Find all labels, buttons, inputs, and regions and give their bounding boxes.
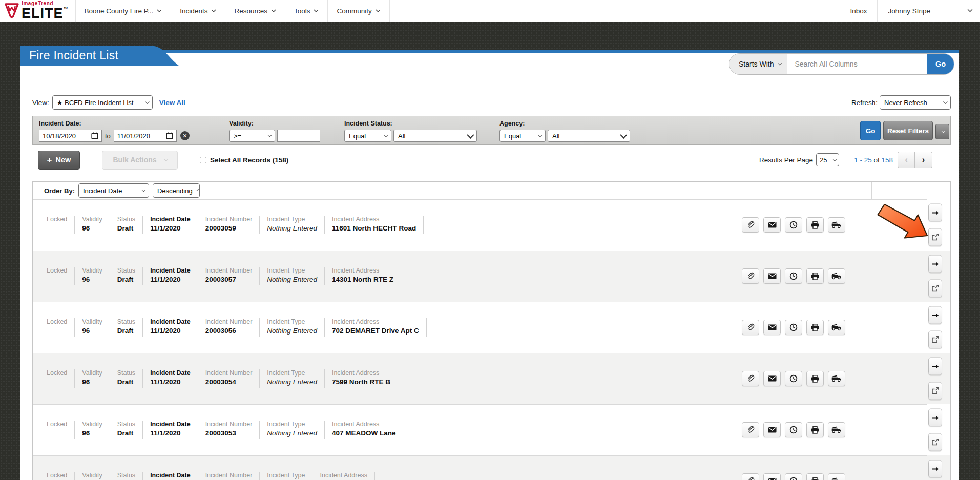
status-value-select[interactable]: All [393, 130, 477, 142]
open-new-window-button[interactable] [928, 382, 942, 400]
refresh-select[interactable]: Never Refresh [880, 95, 951, 110]
cell-value: 407 MEADOW Lane [332, 429, 396, 437]
view-all-link[interactable]: View All [159, 99, 185, 107]
email-button[interactable] [763, 422, 781, 437]
attachment-button[interactable] [742, 217, 759, 233]
filter-label: Incident Date: [39, 120, 190, 127]
print-button[interactable] [806, 422, 824, 437]
cell-status: StatusDraft [110, 267, 143, 285]
open-new-window-button[interactable] [928, 433, 942, 451]
apparatus-button[interactable] [828, 473, 845, 480]
inbox-link[interactable]: Inbox [840, 0, 877, 22]
cell-value: Draft [117, 327, 135, 335]
attachment-button[interactable] [742, 320, 759, 335]
search-input[interactable] [787, 54, 927, 74]
table-row[interactable]: LockedValidity96StatusDraftIncident Date… [33, 199, 950, 251]
filter-go-button[interactable]: Go [860, 121, 881, 140]
column-label: Validity [82, 369, 102, 377]
table-row[interactable]: LockedValidityStatusIncident DateInciden… [33, 455, 950, 480]
open-row-button[interactable] [928, 306, 942, 324]
history-button[interactable] [785, 371, 802, 386]
nav-item-community[interactable]: Community [327, 0, 389, 22]
date-from-input[interactable]: 10/18/2020 [39, 130, 102, 142]
open-row-button[interactable] [928, 358, 942, 375]
status-operator-select[interactable]: Equal [344, 130, 391, 142]
table-row[interactable]: LockedValidity96StatusDraftIncident Date… [33, 302, 950, 353]
email-button[interactable] [763, 371, 781, 386]
print-button[interactable] [806, 371, 824, 386]
row-open-buttons [928, 358, 942, 400]
validity-operator-select[interactable]: >= [229, 130, 275, 142]
apparatus-button[interactable] [828, 422, 845, 437]
attachment-button[interactable] [742, 371, 759, 386]
bulk-actions-button[interactable]: Bulk Actions [102, 151, 178, 170]
table-row[interactable]: LockedValidity96StatusDraftIncident Date… [33, 353, 950, 404]
email-button[interactable] [763, 217, 781, 233]
agency-operator-select[interactable]: Equal [499, 130, 546, 142]
cell-value: 96 [82, 327, 102, 335]
select-all-records[interactable]: Select All Records (158) [200, 156, 288, 164]
apparatus-icon [831, 375, 842, 382]
clear-date-filter-icon[interactable]: ✕ [180, 131, 190, 140]
user-menu[interactable]: Johnny Stripe [877, 0, 941, 22]
nav-item-incidents[interactable]: Incidents [171, 0, 225, 22]
attachment-button[interactable] [742, 268, 759, 284]
apparatus-button[interactable] [828, 320, 845, 335]
order-by-direction-select[interactable]: Descending [153, 183, 200, 198]
search-mode-select[interactable]: Starts With [729, 54, 787, 74]
email-button[interactable] [763, 473, 781, 480]
nav-item-resources[interactable]: Resources [225, 0, 285, 22]
per-page-select[interactable]: 25 [816, 153, 839, 166]
attachment-button[interactable] [742, 422, 759, 437]
open-row-button[interactable] [928, 460, 942, 478]
print-icon [811, 324, 819, 331]
new-incident-button[interactable]: + New [38, 151, 80, 170]
chevron-down-icon [832, 157, 837, 161]
validity-value-input[interactable] [277, 130, 320, 142]
nav-item-tools[interactable]: Tools [285, 0, 328, 22]
history-button[interactable] [785, 320, 802, 335]
apparatus-button[interactable] [828, 268, 845, 284]
print-button[interactable] [806, 320, 824, 335]
apparatus-button[interactable] [828, 217, 845, 233]
cell-incident_date: Incident Date11/1/2020 [143, 216, 198, 234]
open-row-button[interactable] [928, 409, 942, 427]
pagination-range: 1 - 25 of 158 [854, 156, 893, 164]
imagetrend-elite-logo[interactable]: ImageTrend ELITE™ [0, 0, 75, 22]
print-button[interactable] [806, 268, 824, 284]
nav-item-agency[interactable]: Boone County Fire P... [75, 0, 171, 22]
email-button[interactable] [763, 268, 781, 284]
cell-value: 96 [82, 378, 102, 386]
open-new-window-button[interactable] [928, 331, 942, 349]
open-new-window-button[interactable] [928, 228, 942, 246]
history-button[interactable] [785, 217, 802, 233]
email-button[interactable] [763, 320, 781, 335]
external-link-icon [931, 336, 939, 344]
date-to-input[interactable]: 11/01/2020 [114, 130, 177, 142]
view-select[interactable]: ★ BCFD Fire Incident List [52, 95, 153, 110]
print-button[interactable] [806, 473, 824, 480]
attachment-button[interactable] [742, 473, 759, 480]
table-row[interactable]: LockedValidity96StatusDraftIncident Date… [33, 251, 950, 302]
open-row-icon [932, 261, 939, 267]
prev-page-button[interactable]: ‹ [898, 152, 915, 168]
column-label: Incident Number [205, 318, 253, 325]
table-row[interactable]: LockedValidity96StatusDraftIncident Date… [33, 404, 950, 455]
history-button[interactable] [785, 473, 802, 480]
apparatus-button[interactable] [828, 371, 845, 386]
date-range-to-label: to [105, 132, 111, 140]
reset-filters-button[interactable]: Reset Filters [883, 121, 933, 140]
print-button[interactable] [806, 217, 824, 233]
open-row-button[interactable] [928, 204, 942, 222]
user-menu-caret[interactable] [941, 0, 980, 22]
select-all-checkbox[interactable] [200, 157, 206, 163]
agency-value-select[interactable]: All [548, 130, 630, 142]
search-go-button[interactable]: Go [927, 54, 954, 74]
history-button[interactable] [785, 268, 802, 284]
filter-more-button[interactable] [935, 124, 949, 139]
next-page-button[interactable]: › [915, 152, 932, 168]
history-button[interactable] [785, 422, 802, 437]
open-row-button[interactable] [928, 255, 942, 273]
order-by-field-select[interactable]: Incident Date [78, 183, 149, 198]
open-new-window-button[interactable] [928, 280, 942, 298]
